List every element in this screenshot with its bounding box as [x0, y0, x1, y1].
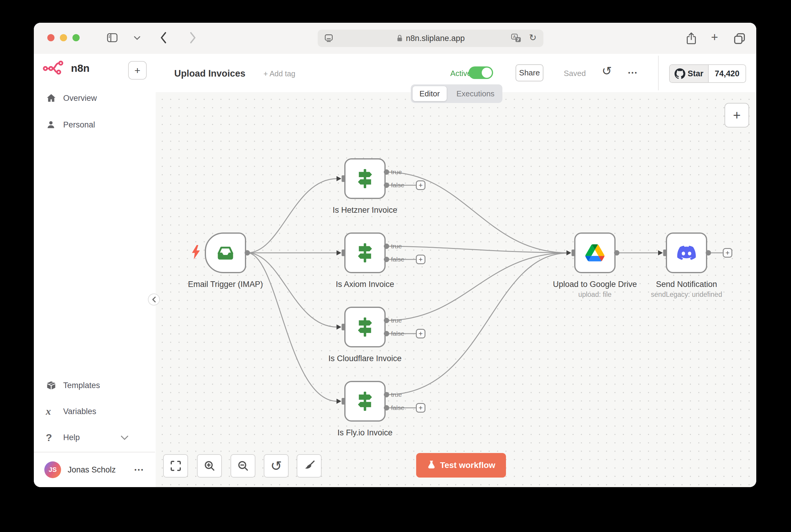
node-label: Upload to Google Drive: [544, 280, 646, 289]
tab-editor[interactable]: Editor: [411, 84, 448, 103]
forward-icon[interactable]: [189, 32, 197, 44]
github-icon: [675, 68, 685, 79]
svg-text:false: false: [391, 256, 404, 263]
workflow-title[interactable]: Upload Invoices: [174, 68, 245, 79]
node-if-cloudflare[interactable]: [344, 307, 386, 347]
minimize-window-button[interactable]: [60, 34, 67, 41]
connection: [387, 246, 567, 253]
templates-box-icon: [46, 380, 63, 391]
node-label: Send Notification: [636, 280, 737, 289]
github-star-widget[interactable]: Star 74,420: [669, 64, 746, 83]
node-discord[interactable]: [666, 232, 707, 273]
url-text: n8n.sliplane.app: [406, 34, 465, 43]
active-toggle[interactable]: [468, 66, 493, 79]
user-menu[interactable]: JS Jonas Scholz •••: [44, 461, 146, 479]
lock-icon: [397, 34, 403, 42]
app-sidebar: n8n + Overview Personal: [34, 54, 156, 487]
node-email-trigger[interactable]: [205, 232, 246, 273]
svg-text:true: true: [391, 243, 402, 249]
node-google-drive[interactable]: [574, 232, 615, 273]
node-label: Is Fly.io Invoice: [314, 428, 416, 437]
add-node-port-button[interactable]: +: [416, 329, 425, 338]
svg-text:false: false: [391, 404, 404, 411]
more-options-icon[interactable]: •••: [628, 70, 638, 76]
node-if-hetzner[interactable]: [344, 158, 386, 199]
add-workflow-button[interactable]: +: [128, 61, 147, 80]
connection: [387, 253, 567, 395]
address-bar[interactable]: n8n.sliplane.app A ↻: [318, 30, 544, 47]
sidebar-item-label: Templates: [63, 381, 100, 390]
divider: [658, 56, 659, 90]
star-label: Star: [688, 69, 703, 78]
close-window-button[interactable]: [47, 34, 55, 41]
svg-text:A: A: [513, 35, 516, 39]
node-label: Is Axiom Invoice: [314, 280, 416, 289]
add-node-port-button[interactable]: +: [416, 403, 425, 413]
user-options-icon[interactable]: •••: [134, 467, 144, 473]
help-icon: ?: [46, 432, 63, 443]
avatar: JS: [44, 461, 61, 478]
broom-icon: [303, 460, 315, 472]
port-labels: true false true false true false true fa…: [391, 169, 404, 411]
if-signpost-icon: [354, 391, 375, 412]
star-count: 74,420: [709, 65, 746, 82]
share-button[interactable]: Share: [516, 64, 544, 81]
trigger-bolt-icon: [190, 244, 201, 262]
chevron-down-icon[interactable]: [134, 36, 141, 40]
saved-status: Saved: [564, 69, 586, 78]
screen: n8n.sliplane.app A ↻: [0, 0, 791, 532]
svg-text:false: false: [391, 330, 404, 337]
toggle-knob: [482, 68, 492, 78]
history-icon[interactable]: ↺: [602, 64, 612, 78]
node-if-flyio[interactable]: [344, 381, 386, 422]
tab-overview-icon[interactable]: [733, 32, 746, 45]
sidebar-item-help[interactable]: ? Help: [34, 430, 155, 445]
editor-executions-tabs: Editor Executions: [411, 84, 502, 103]
inbox-icon: [215, 242, 236, 263]
sidebar-item-label: Variables: [63, 407, 96, 416]
github-star-button[interactable]: Star: [670, 65, 709, 82]
reset-zoom-button[interactable]: ↺: [264, 454, 289, 477]
svg-text:true: true: [391, 391, 402, 398]
share-icon[interactable]: [685, 32, 697, 45]
zoom-to-fit-button[interactable]: [163, 454, 188, 477]
if-signpost-icon: [354, 168, 375, 189]
zoom-out-button[interactable]: [231, 454, 255, 477]
tab-executions[interactable]: Executions: [448, 84, 502, 103]
node-subtitle: upload: file: [544, 290, 646, 299]
sidebar-item-variables[interactable]: x Variables: [34, 404, 155, 419]
zoom-in-button[interactable]: [197, 454, 222, 477]
if-signpost-icon: [354, 242, 375, 263]
zoom-window-button[interactable]: [72, 34, 80, 41]
discord-icon: [677, 244, 696, 262]
sidebar-item-templates[interactable]: Templates: [34, 378, 155, 393]
collapse-sidebar-button[interactable]: [148, 293, 160, 305]
node-if-axiom[interactable]: [344, 232, 386, 273]
reload-icon[interactable]: ↻: [529, 32, 536, 43]
page-settings-icon[interactable]: [324, 34, 333, 43]
home-icon: [46, 93, 63, 103]
add-node-port-button[interactable]: +: [723, 248, 732, 258]
tidy-up-button[interactable]: [297, 454, 321, 477]
add-tag-button[interactable]: + Add tag: [263, 70, 295, 78]
workflow-canvas[interactable]: Email Trigger (IMAP) Is Hetzner Invoice …: [156, 92, 756, 487]
new-tab-icon[interactable]: +: [711, 31, 718, 44]
person-icon: [46, 120, 63, 130]
back-icon[interactable]: [160, 32, 167, 44]
sidebar-item-label: Overview: [63, 94, 97, 103]
sidebar-item-personal[interactable]: Personal: [34, 117, 155, 133]
add-node-port-button[interactable]: +: [416, 254, 425, 264]
sidebar-item-label: Help: [63, 433, 80, 442]
google-drive-icon: [585, 244, 605, 262]
svg-text:true: true: [391, 317, 402, 324]
sidebar-toggle-icon[interactable]: [107, 33, 118, 43]
test-workflow-button[interactable]: Test workflow: [416, 453, 506, 477]
app-name: n8n: [71, 62, 90, 74]
add-node-port-button[interactable]: +: [416, 180, 425, 190]
n8n-logo-icon[interactable]: [43, 60, 68, 76]
connections-layer: true false true false true false true fa…: [156, 92, 756, 487]
translate-icon[interactable]: A: [511, 34, 521, 43]
canvas-add-node-button[interactable]: +: [724, 103, 749, 128]
connection: [247, 253, 337, 401]
sidebar-item-overview[interactable]: Overview: [34, 90, 155, 106]
